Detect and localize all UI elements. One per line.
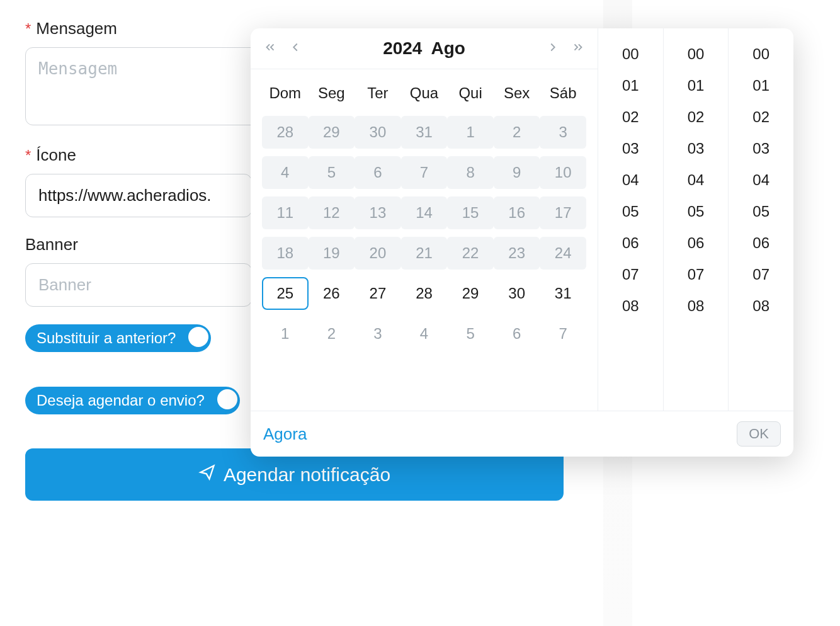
seconds-option[interactable]: 01	[729, 70, 793, 101]
seconds-option[interactable]: 05	[729, 196, 793, 227]
hours-option[interactable]: 02	[598, 101, 663, 133]
calendar-day[interactable]: 30	[494, 277, 540, 310]
calendar-day[interactable]: 20	[355, 237, 401, 270]
send-icon	[198, 464, 216, 486]
calendar-day[interactable]: 6	[355, 156, 401, 189]
ok-button[interactable]: OK	[737, 421, 781, 447]
minutes-option[interactable]: 02	[664, 101, 729, 133]
minutes-option[interactable]: 04	[664, 164, 729, 196]
seconds-option[interactable]: 08	[729, 290, 793, 322]
calendar-day[interactable]: 26	[309, 277, 355, 310]
hours-option[interactable]: 05	[598, 196, 663, 227]
calendar-day[interactable]: 30	[355, 116, 401, 149]
submit-label: Agendar notificação	[224, 464, 390, 486]
minutes-option[interactable]: 06	[664, 227, 729, 259]
calendar-day[interactable]: 10	[540, 156, 586, 189]
minutes-option[interactable]: 07	[664, 259, 729, 290]
calendar-day[interactable]: 18	[262, 237, 309, 270]
weekday-header: Ter	[355, 78, 401, 108]
calendar-day[interactable]: 24	[540, 237, 586, 270]
next-month-button[interactable]	[546, 40, 560, 57]
weekday-header: Qua	[401, 78, 448, 108]
calendar-day[interactable]: 31	[401, 116, 448, 149]
seconds-option[interactable]: 07	[729, 259, 793, 290]
calendar-day[interactable]: 22	[447, 237, 494, 270]
calendar-day[interactable]: 13	[355, 196, 401, 229]
seconds-option[interactable]: 00	[729, 38, 793, 70]
weekday-header: Sáb	[540, 78, 586, 108]
minutes-option[interactable]: 00	[664, 38, 729, 70]
calendar-day[interactable]: 17	[540, 196, 586, 229]
calendar-day[interactable]: 1	[262, 317, 309, 350]
datetime-picker: 2024 Ago DomSegTerQuaQuiSexSáb2829303112…	[251, 28, 793, 457]
seconds-option[interactable]: 04	[729, 164, 793, 196]
calendar-day[interactable]: 2	[494, 116, 540, 149]
calendar-day[interactable]: 5	[309, 156, 355, 189]
minutes-option[interactable]: 03	[664, 133, 729, 164]
calendar-day[interactable]: 7	[401, 156, 448, 189]
calendar-day[interactable]: 9	[494, 156, 540, 189]
calendar-day[interactable]: 6	[494, 317, 540, 350]
now-link[interactable]: Agora	[263, 424, 307, 444]
seconds-option[interactable]: 06	[729, 227, 793, 259]
required-asterisk: *	[25, 20, 31, 38]
hours-option[interactable]: 01	[598, 70, 663, 101]
calendar-day[interactable]: 25	[262, 277, 309, 310]
calendar-day[interactable]: 29	[447, 277, 494, 310]
month-select[interactable]: Ago	[431, 38, 465, 59]
calendar-day[interactable]: 7	[540, 317, 586, 350]
weekday-header: Dom	[262, 78, 309, 108]
agendar-toggle-label: Deseja agendar o envio?	[37, 392, 205, 409]
calendar-day[interactable]: 5	[447, 317, 494, 350]
calendar-day[interactable]: 21	[401, 237, 448, 270]
prev-month-button[interactable]	[288, 40, 302, 57]
calendar-day[interactable]: 11	[262, 196, 309, 229]
weekday-header: Seg	[309, 78, 355, 108]
calendar-day[interactable]: 15	[447, 196, 494, 229]
seconds-option[interactable]: 02	[729, 101, 793, 133]
weekday-header: Sex	[494, 78, 540, 108]
prev-year-button[interactable]	[263, 40, 277, 57]
hours-option[interactable]: 00	[598, 38, 663, 70]
minutes-column[interactable]: 000102030405060708	[664, 28, 729, 411]
required-asterisk: *	[25, 147, 31, 164]
hours-option[interactable]: 06	[598, 227, 663, 259]
minutes-option[interactable]: 08	[664, 290, 729, 322]
calendar-day[interactable]: 31	[540, 277, 586, 310]
calendar-day[interactable]: 27	[355, 277, 401, 310]
icone-input[interactable]	[25, 174, 252, 217]
hours-option[interactable]: 07	[598, 259, 663, 290]
calendar-day[interactable]: 28	[401, 277, 448, 310]
calendar-day[interactable]: 28	[262, 116, 309, 149]
next-year-button[interactable]	[571, 40, 585, 57]
calendar-day[interactable]: 2	[309, 317, 355, 350]
toggle-knob	[188, 327, 208, 347]
calendar-day[interactable]: 16	[494, 196, 540, 229]
hours-option[interactable]: 04	[598, 164, 663, 196]
calendar-day[interactable]: 3	[540, 116, 586, 149]
agendar-toggle[interactable]: Deseja agendar o envio?	[25, 387, 240, 414]
seconds-column[interactable]: 000102030405060708	[729, 28, 793, 411]
calendar-day[interactable]: 8	[447, 156, 494, 189]
year-select[interactable]: 2024	[383, 38, 422, 59]
minutes-option[interactable]: 01	[664, 70, 729, 101]
banner-input[interactable]	[25, 263, 252, 307]
calendar-day[interactable]: 3	[355, 317, 401, 350]
weekday-header: Qui	[447, 78, 494, 108]
seconds-option[interactable]: 03	[729, 133, 793, 164]
calendar-day[interactable]: 19	[309, 237, 355, 270]
calendar-day[interactable]: 29	[309, 116, 355, 149]
calendar-day[interactable]: 4	[401, 317, 448, 350]
substituir-toggle[interactable]: Substituir a anterior?	[25, 324, 211, 352]
substituir-toggle-label: Substituir a anterior?	[37, 329, 176, 346]
calendar-day[interactable]: 1	[447, 116, 494, 149]
calendar-day[interactable]: 4	[262, 156, 309, 189]
hours-option[interactable]: 03	[598, 133, 663, 164]
hours-column[interactable]: 000102030405060708	[598, 28, 664, 411]
minutes-option[interactable]: 05	[664, 196, 729, 227]
hours-option[interactable]: 08	[598, 290, 663, 322]
toggle-knob	[217, 389, 237, 409]
calendar-day[interactable]: 14	[401, 196, 448, 229]
calendar-day[interactable]: 23	[494, 237, 540, 270]
calendar-day[interactable]: 12	[309, 196, 355, 229]
